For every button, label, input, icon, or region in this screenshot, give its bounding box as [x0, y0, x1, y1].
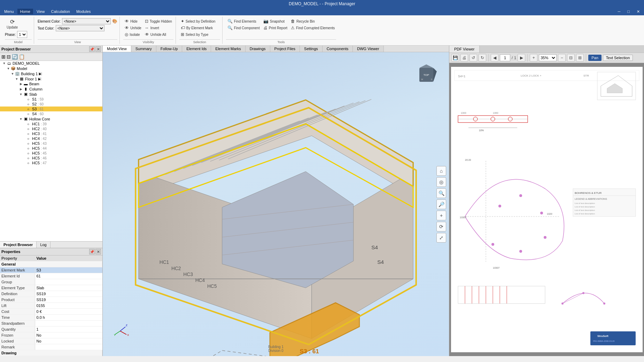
pdf-zoom-select[interactable]: 35% 50% 75% 100%: [539, 54, 557, 61]
tab-project-files[interactable]: Project Files: [270, 46, 300, 52]
tab-model-view[interactable]: Model View: [103, 46, 131, 52]
viewport[interactable]: HC1 HC2 HC3 HC4 HC5 S4 S4 S3 : 61: [103, 52, 449, 356]
tree-item-slab[interactable]: ▼ ▣ Slab: [0, 92, 102, 97]
tree-item-s4[interactable]: ○ S4 : 60: [0, 111, 102, 116]
unhide-btn[interactable]: 👁 Unhide: [123, 25, 143, 31]
invert-btn[interactable]: ↔ Invert: [143, 25, 173, 31]
panel-pin-btn[interactable]: 📌: [89, 46, 95, 52]
tree-toolbar-btn1[interactable]: ⊞: [1, 54, 6, 60]
tree-item-hollowcore[interactable]: ▼ ▣ Hollow Core: [0, 116, 102, 121]
print-report-btn[interactable]: 🖨 Print Report: [262, 25, 289, 31]
select-by-definition-btn[interactable]: ✦ Select by Definition: [179, 18, 217, 24]
tab-components[interactable]: Components: [323, 46, 353, 52]
pdf-text-select-btn[interactable]: Text Selection: [603, 55, 633, 61]
orbit-btn[interactable]: ◎: [436, 177, 446, 187]
zoom-to-fit-btn[interactable]: +: [436, 211, 446, 220]
tree-item-s2[interactable]: ○ S2 : 60: [0, 102, 102, 107]
tree-toolbar-btn2[interactable]: ⊟: [7, 54, 11, 60]
tree-item-beam[interactable]: ▶ ▬ Beam: [0, 81, 102, 86]
find-elements-btn[interactable]: 🔍 Find Elements: [226, 18, 261, 24]
panel-close-btn[interactable]: ✕: [95, 46, 101, 52]
home-view-btn[interactable]: ⌂: [436, 166, 446, 176]
rotate-btn[interactable]: ⟳: [436, 222, 446, 231]
menu-item-modules[interactable]: Modules: [73, 9, 94, 14]
tree-item-demo-model[interactable]: ▼ 🗂 DEMO_MODEL: [0, 61, 102, 66]
building1-badge: ▶: [38, 72, 42, 76]
toggle-hidden-btn[interactable]: ⊡ Toggle Hidden: [143, 18, 173, 24]
tree-item-hc5a[interactable]: ○ HC5 : 43: [0, 141, 102, 146]
building-label-text: Building 1Division 0: [268, 345, 284, 353]
tab-dwg-viewer[interactable]: DWG Viewer: [353, 46, 383, 52]
tree-toolbar-btn4[interactable]: 📋: [19, 54, 25, 60]
pdf-fit-width-btn[interactable]: ⊟: [567, 54, 575, 62]
menu-item-home[interactable]: Home: [17, 9, 33, 14]
pdf-zoom-out-btn[interactable]: −: [558, 54, 566, 62]
find-component-btn[interactable]: 🔍 Find Component: [226, 25, 261, 31]
unhide-all-btn[interactable]: 👁 Unhide All: [143, 31, 173, 38]
pdf-pan-btn[interactable]: Pan: [588, 55, 602, 61]
unhide-all-icon: 👁: [145, 32, 149, 37]
navigation-cube[interactable]: TOP W S: [414, 63, 439, 87]
update-btn[interactable]: ⟳ Update: [5, 18, 20, 30]
pdf-content[interactable]: S4+1 LOCK 2 LOCK + STR: [449, 63, 644, 356]
by-element-mark-btn[interactable]: 🏷 By Element Mark: [179, 25, 217, 31]
find-corrupted-btn[interactable]: ⚠ Find Corrupted Elements: [289, 25, 336, 31]
tree-item-hc5b[interactable]: ○ HC5 : 44: [0, 146, 102, 151]
tab-log[interactable]: Log: [37, 242, 50, 248]
isolate-btn[interactable]: ◎ Isolate: [123, 31, 143, 38]
tab-pdf-viewer[interactable]: PDF Viewer: [449, 46, 480, 53]
tab-element-marks[interactable]: Element Marks: [211, 46, 245, 52]
minimize-btn[interactable]: ─: [615, 9, 623, 15]
pdf-prev-btn[interactable]: ◀: [491, 54, 498, 62]
tab-summary[interactable]: Summary: [131, 46, 156, 52]
props-pin-btn[interactable]: 📌: [89, 249, 95, 254]
tab-drawings[interactable]: Drawings: [246, 46, 270, 52]
tree-toolbar-btn3[interactable]: 🔄: [12, 54, 18, 60]
tree-item-model[interactable]: ▼ 📦 Model: [0, 66, 102, 71]
print-report-icon: 🖨: [263, 25, 267, 30]
element-color-picker-btn[interactable]: 🎨: [112, 19, 117, 24]
zoom-in-btn[interactable]: 🔍: [436, 188, 446, 198]
recycle-bin-btn[interactable]: 🗑 Recycle Bin: [289, 18, 336, 24]
tab-settings[interactable]: Settings: [300, 46, 323, 52]
element-color-select[interactable]: <None>: [62, 18, 111, 24]
pdf-print-btn[interactable]: 🖨: [460, 54, 468, 62]
tree-item-s1[interactable]: ○ S1 : 59: [0, 97, 102, 102]
tree-item-hc4[interactable]: ○ HC4 : 42: [0, 136, 102, 141]
menu-item-calculation[interactable]: Calculation: [48, 9, 73, 14]
phase-select[interactable]: 1: [17, 31, 27, 38]
hide-btn[interactable]: 👁 Hide: [123, 18, 143, 24]
maximize-btn[interactable]: □: [624, 9, 633, 15]
pdf-zoom-in-btn[interactable]: +: [530, 54, 537, 62]
pdf-page-input[interactable]: [500, 54, 510, 61]
snapshot-btn[interactable]: 📷 Snapshot: [262, 18, 289, 24]
tree-item-hc5d[interactable]: ○ HC5 : 46: [0, 156, 102, 160]
pdf-save-btn[interactable]: 💾: [451, 54, 459, 62]
close-btn[interactable]: ✕: [634, 9, 643, 15]
tree-item-building1[interactable]: ▼ 🏢 Building 1 ▶: [0, 71, 102, 76]
tree-item-hc2[interactable]: ○ HC2 : 40: [0, 126, 102, 131]
tree-item-hc1[interactable]: ○ HC1 : 39: [0, 121, 102, 126]
svg-marker-35: [433, 68, 437, 82]
select-by-type-btn[interactable]: ⊞ Select by Type: [179, 31, 217, 38]
tree-item-floor1[interactable]: ▼ ▦ Floor 1 ▶: [0, 76, 102, 81]
tab-project-browser[interactable]: Project Browser: [0, 242, 37, 248]
menu-item-view[interactable]: View: [34, 9, 48, 14]
tab-follow-up[interactable]: Follow-Up: [156, 46, 183, 52]
pdf-next-btn[interactable]: ▶: [518, 54, 525, 62]
menu-bar: Menu Home View Calculation Modules ─ □ ✕: [0, 8, 644, 15]
zoom-out-btn[interactable]: 🔎: [436, 199, 446, 209]
tree-item-hc3[interactable]: ○ HC3 : 41: [0, 131, 102, 136]
tree-item-s3[interactable]: ○ S3 : 61: [0, 107, 102, 111]
tree-item-hc5c[interactable]: ○ HC5 : 45: [0, 151, 102, 156]
pdf-fit-page-btn[interactable]: ⊞: [576, 54, 584, 62]
pdf-rotate-left-btn[interactable]: ↺: [470, 54, 477, 62]
tree-item-column[interactable]: ▶ ▮ Column: [0, 86, 102, 92]
tab-element-ids[interactable]: Element Ids: [182, 46, 211, 52]
tree-item-hc5e[interactable]: ○ HC5 : 47: [0, 160, 102, 165]
pdf-rotate-right-btn[interactable]: ↻: [479, 54, 486, 62]
menu-item-menu[interactable]: Menu: [1, 9, 17, 14]
props-close-btn[interactable]: ✕: [95, 249, 101, 254]
text-color-select[interactable]: <None>: [56, 25, 104, 31]
expand-btn[interactable]: ⤢: [436, 233, 446, 243]
